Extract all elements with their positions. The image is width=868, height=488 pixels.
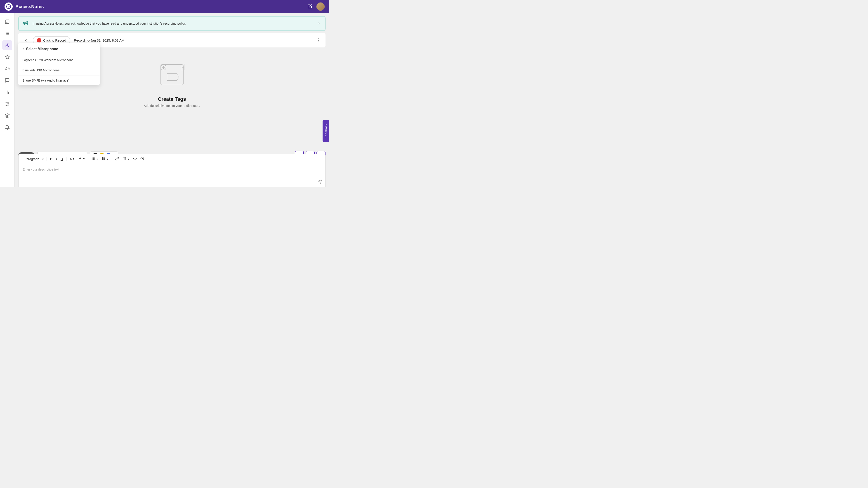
external-link-icon[interactable]: [307, 3, 313, 10]
ordered-list-button[interactable]: 1 2 3: [101, 156, 110, 162]
italic-button[interactable]: I: [55, 156, 58, 162]
megaphone-icon: [23, 20, 29, 27]
help-button[interactable]: [139, 156, 145, 162]
svg-marker-50: [107, 159, 108, 160]
svg-point-41: [92, 158, 92, 159]
toolbar-separator-4: [112, 157, 112, 161]
avatar[interactable]: [316, 2, 324, 11]
sidebar-item-chat[interactable]: [2, 75, 12, 86]
svg-marker-14: [5, 67, 7, 70]
rte-body[interactable]: Enter your descriptive text: [19, 164, 325, 177]
table-button[interactable]: [121, 156, 131, 162]
highlight-button[interactable]: [77, 156, 86, 162]
font-color-button[interactable]: A: [68, 156, 76, 162]
mic-option-1[interactable]: Blue Yeti USB Microphone: [18, 65, 100, 75]
microphone-dropdown-header[interactable]: ‹ Select Microphone: [18, 43, 100, 55]
notification-text: In using AccessNotes, you acknowledge th…: [33, 22, 313, 25]
create-tags-title: Create Tags: [158, 96, 186, 102]
sidebar: [0, 13, 15, 187]
record-dot: [37, 38, 41, 42]
topbar-right: [307, 2, 324, 11]
svg-point-22: [8, 103, 8, 104]
dropdown-back-icon[interactable]: ‹: [22, 46, 24, 51]
recording-name: Recording-Jan 31, 2025, 8:03 AM: [74, 38, 124, 42]
send-button[interactable]: [318, 180, 322, 185]
topbar: AccessNotes: [0, 0, 329, 13]
app-logo: [4, 2, 13, 11]
sidebar-item-analytics[interactable]: [2, 87, 12, 97]
sidebar-item-bell[interactable]: [2, 123, 12, 132]
notification-close-button[interactable]: ×: [317, 20, 321, 27]
svg-point-23: [6, 105, 7, 106]
feedback-tab[interactable]: Feedback: [322, 120, 329, 142]
link-button[interactable]: [114, 156, 120, 162]
more-options-button[interactable]: ⋮: [316, 37, 321, 43]
back-button[interactable]: [23, 37, 29, 43]
svg-marker-36: [83, 158, 85, 160]
svg-text:3: 3: [102, 159, 103, 160]
svg-rect-25: [161, 65, 183, 85]
mic-option-0[interactable]: Logitech C920 Webcam Microphone: [18, 55, 100, 65]
main-content: In using AccessNotes, you acknowledge th…: [15, 13, 329, 187]
recording-policy-link[interactable]: recording policy: [163, 22, 185, 25]
rte-container: Paragraph B I U A: [18, 154, 326, 187]
svg-marker-24: [5, 113, 9, 116]
notification-banner: In using AccessNotes, you acknowledge th…: [18, 16, 326, 31]
microphone-dropdown-title: Select Microphone: [26, 47, 58, 51]
sidebar-item-volume[interactable]: [2, 64, 12, 74]
rte-placeholder: Enter your descriptive text: [23, 168, 59, 171]
rte-toolbar: Paragraph B I U A: [19, 154, 325, 164]
sidebar-item-list[interactable]: [2, 29, 12, 38]
paragraph-select[interactable]: Paragraph: [22, 156, 45, 162]
svg-point-12: [6, 44, 8, 46]
sidebar-item-layers[interactable]: [2, 111, 12, 121]
rte-footer: [19, 177, 325, 187]
svg-marker-56: [128, 159, 129, 160]
svg-rect-51: [123, 157, 126, 160]
code-button[interactable]: [132, 156, 138, 162]
sidebar-item-notes[interactable]: [2, 17, 12, 27]
svg-line-1: [310, 4, 312, 6]
mic-option-2[interactable]: Shure SM7B (via Audio Interface): [18, 75, 100, 86]
bold-button[interactable]: B: [49, 156, 54, 162]
sidebar-item-star[interactable]: [2, 52, 12, 62]
svg-marker-35: [73, 158, 74, 160]
app-name: AccessNotes: [16, 4, 44, 9]
sidebar-item-record[interactable]: [2, 40, 12, 50]
topbar-left: AccessNotes: [4, 2, 44, 11]
svg-marker-13: [5, 55, 9, 59]
layout: In using AccessNotes, you acknowledge th…: [0, 13, 329, 187]
unordered-list-button[interactable]: [90, 156, 100, 162]
record-button-label: Click to Record: [43, 38, 66, 42]
underline-button[interactable]: U: [59, 156, 64, 162]
svg-point-42: [92, 159, 92, 160]
svg-point-21: [6, 102, 7, 103]
sidebar-item-settings[interactable]: [2, 99, 12, 109]
microphone-dropdown: ‹ Select Microphone Logitech C920 Webcam…: [18, 43, 100, 86]
tag-illustration: [154, 60, 190, 92]
toolbar-separator-1: [46, 157, 47, 161]
create-tags-subtitle: Add descriptive text to your audio notes…: [144, 104, 200, 107]
svg-marker-43: [96, 159, 98, 160]
svg-point-0: [6, 4, 11, 8]
